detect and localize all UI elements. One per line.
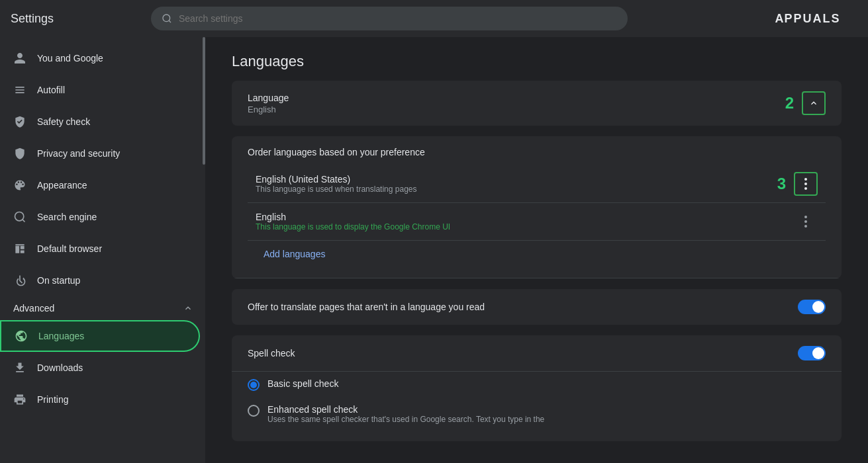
translate-row: Offer to translate pages that aren't in … <box>232 289 842 325</box>
enhanced-spell-check-radio[interactable] <box>248 405 260 417</box>
search-icon <box>162 13 172 24</box>
translate-toggle[interactable] <box>798 300 826 314</box>
search-engine-icon <box>13 210 26 224</box>
lang-item-en-name: English <box>256 212 794 222</box>
sidebar-item-appearance-label: Appearance <box>37 180 87 190</box>
scrollbar-thumb <box>203 37 205 165</box>
header-logo: APPUALS <box>758 5 857 32</box>
dot <box>804 225 807 228</box>
lang-item-en-menu-button[interactable] <box>794 210 818 233</box>
startup-icon <box>13 274 26 287</box>
enhanced-spell-check-label: Enhanced spell check <box>267 404 544 415</box>
search-bar[interactable] <box>151 7 628 30</box>
sidebar-item-search-engine[interactable]: Search engine <box>0 201 200 233</box>
sidebar-item-autofill[interactable]: Autofill <box>0 74 200 106</box>
svg-point-0 <box>163 15 170 22</box>
advanced-section-header[interactable]: Advanced <box>0 296 205 320</box>
language-label: Language <box>248 93 785 103</box>
spell-options: Basic spell check Enhanced spell check U… <box>232 372 842 441</box>
chevron-up-icon <box>808 98 819 108</box>
autofill-icon <box>13 83 26 97</box>
order-section: Order languages based on your preference… <box>232 136 842 278</box>
basic-spell-check-option[interactable]: Basic spell check <box>248 372 826 398</box>
sidebar-item-privacy-security-label: Privacy and security <box>37 148 120 159</box>
browser-icon <box>13 242 26 255</box>
sidebar-item-on-startup-label: On startup <box>37 275 80 286</box>
spell-check-text: Spell check <box>248 348 798 358</box>
appearance-icon <box>13 179 26 192</box>
spell-check-card: Spell check Basic spell check <box>232 335 842 441</box>
enhanced-spell-check-content: Enhanced spell check Uses the same spell… <box>267 404 544 424</box>
lang-item-en-us-desc: This language is used when translating p… <box>256 185 777 194</box>
basic-spell-check-content: Basic spell check <box>267 378 338 389</box>
basic-spell-check-radio[interactable] <box>248 379 260 391</box>
sidebar-item-on-startup[interactable]: On startup <box>0 265 200 296</box>
sidebar-item-appearance[interactable]: Appearance <box>0 169 200 201</box>
language-row: Language English 2 <box>232 81 842 126</box>
order-title: Order languages based on your preference <box>248 147 826 157</box>
dot <box>804 220 807 223</box>
language-badge: 2 <box>785 94 794 112</box>
page-title: Languages <box>232 53 842 70</box>
spell-check-row: Spell check <box>232 335 842 372</box>
radio-inner <box>250 382 257 388</box>
advanced-section-title: Advanced <box>13 303 176 314</box>
sidebar-item-languages[interactable]: Languages <box>0 320 200 352</box>
scrollbar[interactable] <box>203 37 205 463</box>
dot <box>804 178 807 181</box>
sidebar-item-default-browser[interactable]: Default browser <box>0 233 200 265</box>
three-dots-icon <box>804 178 807 190</box>
enhanced-spell-check-desc: Uses the same spell checker that's used … <box>267 415 544 424</box>
sidebar-item-safety-check-label: Safety check <box>37 116 90 127</box>
spell-check-toggle-thumb <box>812 347 824 359</box>
toggle-thumb <box>812 301 824 313</box>
translate-card: Offer to translate pages that aren't in … <box>232 289 842 325</box>
sidebar-item-you-and-google-label: You and Google <box>37 53 103 63</box>
chevron-up-icon <box>181 302 195 315</box>
lang-item-en-us-menu-button[interactable] <box>794 172 818 196</box>
translate-text: Offer to translate pages that aren't in … <box>248 302 798 312</box>
logo-text: APPUALS <box>758 5 857 32</box>
basic-spell-check-label: Basic spell check <box>267 378 338 389</box>
print-icon <box>13 393 26 406</box>
order-languages-card: Order languages based on your preference… <box>232 136 842 278</box>
language-card: Language English 2 <box>232 81 842 126</box>
lang-item-en-us-content: English (United States) This language is… <box>256 174 777 194</box>
sidebar-item-downloads[interactable]: Downloads <box>0 352 200 384</box>
enhanced-spell-check-option[interactable]: Enhanced spell check Uses the same spell… <box>248 398 826 431</box>
sidebar-item-privacy-security[interactable]: Privacy and security <box>0 138 200 169</box>
svg-line-1 <box>169 21 171 22</box>
sidebar-item-downloads-label: Downloads <box>37 362 83 373</box>
shield-icon <box>13 147 26 160</box>
svg-point-2 <box>15 212 24 221</box>
three-dots-icon <box>804 216 807 228</box>
dot <box>804 216 807 218</box>
header-title: Settings <box>11 12 143 26</box>
sidebar-item-safety-check[interactable]: Safety check <box>0 106 200 138</box>
lang-item-en-us: English (United States) This language is… <box>248 165 826 203</box>
sidebar-item-printing-label: Printing <box>37 394 68 405</box>
dot <box>804 183 807 185</box>
language-row-content: Language English <box>248 93 785 114</box>
search-input[interactable] <box>179 13 617 24</box>
shield-check-icon <box>13 115 26 128</box>
add-languages-link[interactable]: Add languages <box>248 241 826 267</box>
sidebar-item-printing[interactable]: Printing <box>0 384 200 415</box>
sidebar-item-you-and-google[interactable]: You and Google <box>0 42 200 74</box>
header: Settings APPUALS <box>0 0 868 37</box>
lang-item-en-desc: This language is used to display the Goo… <box>256 222 794 232</box>
lang-item-en-us-badge: 3 <box>777 175 786 193</box>
add-languages-text: Add languages <box>264 249 325 259</box>
sidebar-item-default-browser-label: Default browser <box>37 243 102 254</box>
dot <box>804 187 807 190</box>
content-area: Languages Language English 2 Order langu… <box>205 37 868 463</box>
sidebar-item-search-engine-label: Search engine <box>37 212 97 222</box>
lang-item-en-us-name: English (United States) <box>256 174 777 185</box>
lang-item-en: English This language is used to display… <box>248 203 826 241</box>
svg-line-3 <box>23 220 25 222</box>
language-expand-button[interactable] <box>802 91 826 115</box>
download-icon <box>13 361 26 374</box>
person-icon <box>13 52 26 65</box>
sidebar: You and Google Autofill Safety check <box>0 37 205 463</box>
spell-check-toggle[interactable] <box>798 346 826 360</box>
